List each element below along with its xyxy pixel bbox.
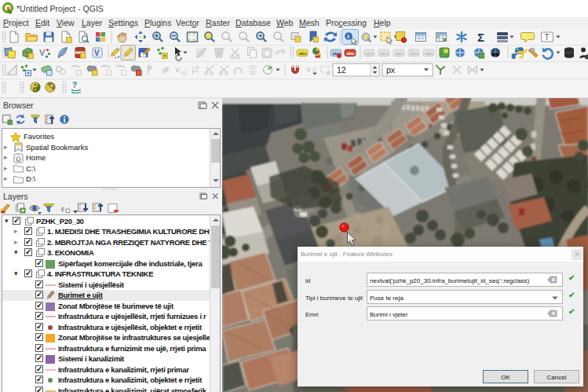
svg-text:12: 12 [337,65,346,75]
svg-text:V: V [94,49,100,57]
svg-text:V: V [39,48,46,57]
svg-text:V: V [175,66,180,74]
svg-text:SQ: SQ [181,71,188,75]
svg-text:abc: abc [347,51,356,56]
svg-text:V: V [306,66,311,74]
svg-text:T: T [545,33,550,42]
svg-text:Σ: Σ [477,31,484,44]
svg-text:px: px [386,65,396,75]
svg-text:i: i [347,33,349,40]
svg-text:?: ? [72,81,77,90]
svg-text:ε: ε [61,204,64,213]
